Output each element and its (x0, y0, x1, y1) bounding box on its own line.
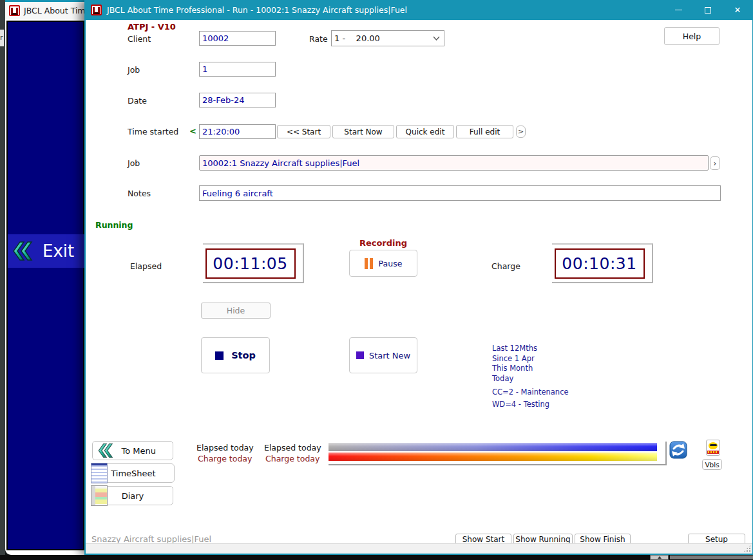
charge-label: Charge (491, 261, 520, 271)
background-fragment: r (0, 30, 4, 46)
elapsed-today-label: Elapsed today (196, 443, 254, 453)
vbls-button[interactable]: Vbls (702, 459, 722, 470)
job-select-arrow-button[interactable]: › (710, 156, 720, 170)
start-new-icon (356, 351, 364, 359)
rate-dropdown[interactable]: 1 - 20.00 (331, 30, 444, 46)
chevron-down-icon (433, 36, 440, 41)
charge-timer-panel: 00:10:31 (552, 243, 653, 283)
window-title: JBCL About Time Professional - Run - 100… (107, 5, 407, 15)
menu-panel (6, 21, 84, 550)
charge-today-bar (329, 453, 657, 461)
notes-input[interactable] (199, 185, 721, 201)
quick-edit-button[interactable]: Quick edit (396, 125, 454, 138)
notes-label: Notes (128, 189, 151, 198)
job-select-field[interactable]: 10002:1 Snazzy Aircraft supplies|Fuel (199, 155, 709, 171)
scroll-up-icon (650, 555, 669, 560)
charge-today-label: Charge today (265, 454, 319, 463)
status-strip (86, 543, 752, 554)
start-back-button[interactable]: << Start (277, 125, 330, 138)
minimize-button[interactable] (663, 0, 693, 20)
charge-timer: 00:10:31 (555, 248, 645, 279)
period-legend: Last 12Mths Since 1 Apr This Month Today… (492, 344, 608, 415)
today-bars-panel (329, 442, 667, 465)
elapsed-label: Elapsed (130, 261, 162, 271)
to-menu-label: To Menu (121, 446, 156, 456)
double-chevron-left-icon (10, 241, 33, 261)
maximize-icon (705, 7, 711, 14)
date-label: Date (128, 96, 147, 106)
version-header: ATPJ - V10 (128, 22, 176, 32)
rate-label: Rate (309, 34, 328, 44)
running-status: Running (95, 220, 133, 230)
recording-label: Recording (343, 238, 424, 248)
start-new-label: Start New (369, 351, 410, 360)
hide-button[interactable]: Hide (201, 303, 271, 319)
minimize-icon (675, 10, 682, 10)
legend-item: Last 12Mths (492, 344, 608, 354)
time-next-button[interactable]: > (516, 126, 526, 138)
help-button[interactable]: Help (664, 27, 720, 45)
hide-label: Hide (227, 306, 245, 315)
legend-item: This Month (492, 364, 608, 374)
main-window: JBCL About Time Professional - Run - 100… (84, 0, 753, 555)
sync-button[interactable] (669, 441, 687, 459)
to-menu-button[interactable]: To Menu (92, 441, 173, 460)
app-icon (91, 5, 102, 15)
job-input[interactable] (199, 62, 276, 77)
close-icon: ✕ (734, 6, 741, 14)
exit-button[interactable]: Exit (8, 234, 84, 268)
stop-button[interactable]: Stop (201, 337, 270, 373)
elapsed-timer-panel: 00:11:05 (203, 243, 304, 283)
titlebar[interactable]: JBCL About Time Professional - Run - 100… (86, 0, 752, 20)
close-button[interactable]: ✕ (723, 0, 752, 20)
exit-label: Exit (43, 241, 74, 261)
timesheet-button[interactable]: TimeSheet (92, 463, 175, 483)
taskbar-strip (0, 555, 753, 560)
pause-button[interactable]: Pause (349, 250, 417, 277)
legend-item: Today (492, 374, 608, 384)
date-input[interactable] (199, 93, 276, 107)
diary-button[interactable]: Diary (92, 486, 173, 505)
full-edit-button[interactable]: Full edit (456, 125, 513, 138)
elapsed-timer: 00:11:05 (205, 248, 296, 279)
start-new-button[interactable]: Start New (349, 337, 417, 373)
footer-status-text: Snazzy Aircraft supplies|Fuel (91, 534, 211, 544)
time-prev-arrow[interactable]: < (189, 126, 196, 136)
background-window: JBCL About Time P Exit (5, 2, 84, 555)
timesheet-label: TimeSheet (111, 469, 155, 478)
maximize-button[interactable] (693, 0, 723, 20)
job-select-label: Job (128, 158, 140, 168)
double-chevron-left-icon (96, 443, 114, 458)
stop-icon (215, 351, 224, 360)
client-input[interactable] (199, 31, 276, 46)
desktop-edge-strip: r (0, 0, 5, 555)
pause-label: Pause (379, 259, 403, 268)
elapsed-today-label: Elapsed today (264, 443, 321, 453)
diary-icon (91, 485, 108, 506)
wd-line: WD=4 - Testing (492, 400, 549, 410)
cc-line: CC=2 - Maintenance (492, 387, 569, 398)
charge-today-label: Charge today (198, 454, 252, 463)
diary-label: Diary (122, 491, 144, 501)
background-window-titlebar: JBCL About Time P (5, 2, 84, 19)
job-label: Job (128, 65, 140, 75)
scrollbar-track (670, 555, 753, 559)
rate-value: 1 - 20.00 (334, 33, 380, 43)
app-icon (9, 5, 20, 16)
sync-icon (669, 441, 687, 459)
client-label: Client (128, 34, 151, 44)
vbls-icon[interactable] (706, 440, 720, 456)
time-started-input[interactable] (199, 124, 276, 139)
elapsed-today-bar (329, 443, 657, 451)
start-now-button[interactable]: Start Now (332, 125, 394, 138)
stop-label: Stop (231, 350, 256, 360)
pause-icon (365, 258, 373, 269)
legend-item: Since 1 Apr (492, 354, 608, 364)
timesheet-icon (91, 463, 108, 483)
resize-grip-icon[interactable] (743, 545, 751, 552)
background-window-title: JBCL About Time P (24, 6, 84, 15)
time-started-label: Time started (128, 127, 178, 136)
